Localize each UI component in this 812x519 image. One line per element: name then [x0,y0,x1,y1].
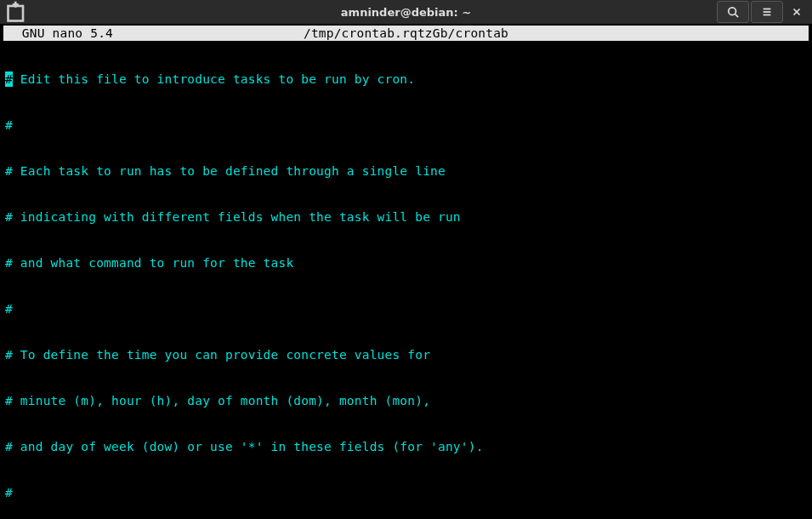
nano-version: GNU nano 5.4 [7,26,113,41]
editor-line: # [5,485,810,500]
menu-button[interactable] [751,1,783,23]
text-cursor: # [5,71,13,87]
svg-line-4 [735,14,739,18]
close-icon [791,6,803,18]
editor-line: # Edit this file to introduce tasks to b… [5,71,810,87]
editor-line: # To define the time you can provide con… [5,347,810,362]
editor-line: # minute (m), hour (h), day of month (do… [5,393,810,408]
window-titlebar: amninder@debian: ~ [0,0,812,24]
editor-content[interactable]: # Edit this file to introduce tasks to b… [2,41,810,519]
svg-point-3 [729,8,736,15]
editor-line: # Each task to run has to be defined thr… [5,163,810,179]
editor-line: # [5,301,810,317]
search-button[interactable] [717,1,749,23]
new-tab-icon[interactable] [5,0,29,24]
close-button[interactable] [785,1,809,23]
editor-line: # [5,117,810,133]
nano-status-bar: GNU nano 5.4 /tmp/crontab.rqtzGb/crontab [3,26,809,41]
terminal-area[interactable]: GNU nano 5.4 /tmp/crontab.rqtzGb/crontab… [0,26,812,519]
editor-line: # indicating with different fields when … [5,209,810,225]
hamburger-icon [761,6,773,18]
search-icon [727,6,739,18]
editor-line: # and what command to run for the task [5,255,810,271]
svg-rect-0 [9,6,24,21]
window-title: amninder@debian: ~ [341,6,471,19]
editor-line: # and day of week (dow) or use '*' in th… [5,439,810,454]
nano-filename: /tmp/crontab.rqtzGb/crontab [304,26,508,41]
